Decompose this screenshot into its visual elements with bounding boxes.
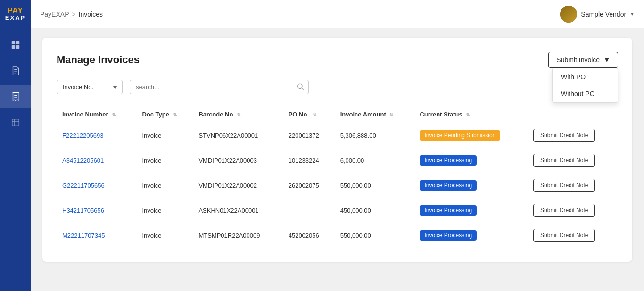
svg-line-7 (302, 88, 304, 90)
main-card: Manage Invoices Submit Invoice ▼ With PO… (42, 38, 632, 262)
table-row: M22211707345 Invoice MTSMP01R22A00009 45… (57, 223, 618, 248)
cell-barcode-no: VMDIP01X22A00003 (193, 148, 282, 173)
cell-doc-type: Invoice (136, 198, 193, 223)
main-wrapper: PayEXAP > Invoices Sample Vendor ▼ Manag… (31, 0, 644, 291)
dropdown-item-with-po[interactable]: With PO (553, 68, 618, 85)
table-row: H34211705656 Invoice ASKHN01X22A00001 45… (57, 198, 618, 223)
doc-icon (10, 66, 21, 76)
invoice-number-link[interactable]: A34512205601 (62, 157, 104, 164)
cell-invoice-number: M22211707345 (57, 223, 136, 248)
col-invoice-amount[interactable]: Invoice Amount ⇅ (335, 106, 414, 123)
breadcrumb-separator: > (72, 10, 75, 18)
cell-invoice-number: G22211705656 (57, 173, 136, 198)
cell-current-status: Invoice Processing (414, 198, 528, 223)
submit-credit-note-button[interactable]: Submit Credit Note (533, 179, 595, 192)
avatar (560, 6, 577, 23)
status-badge: Invoice Processing (420, 180, 477, 191)
invoice-icon (10, 91, 21, 102)
logo: PAY EXAP (0, 0, 31, 28)
cell-po-no: 452002056 (283, 223, 335, 248)
submit-credit-note-button[interactable]: Submit Credit Note (533, 154, 595, 167)
cell-action: Submit Credit Note (528, 223, 618, 248)
table-row: F22212205693 Invoice STVNP06X22A00001 22… (57, 123, 618, 148)
status-badge: Invoice Processing (420, 155, 477, 166)
cell-invoice-number: H34211705656 (57, 198, 136, 223)
sort-icon-barcode-no: ⇅ (237, 112, 240, 117)
page-title: Manage Invoices (57, 54, 140, 66)
sort-icon-current-status: ⇅ (466, 112, 470, 117)
cell-doc-type: Invoice (136, 173, 193, 198)
cell-action: Submit Credit Note (528, 198, 618, 223)
col-action (528, 106, 618, 123)
submit-credit-note-button[interactable]: Submit Credit Note (533, 204, 595, 217)
avatar-image (560, 6, 577, 23)
user-dropdown-arrow: ▼ (630, 11, 635, 17)
search-wrapper (130, 80, 309, 94)
status-badge: Invoice Processing (420, 230, 477, 241)
cell-barcode-no: ASKHN01X22A00001 (193, 198, 282, 223)
col-doc-type[interactable]: Doc Type ⇅ (136, 106, 193, 123)
submit-invoice-wrapper: Submit Invoice ▼ With PO Without PO (548, 52, 618, 68)
submit-credit-note-button[interactable]: Submit Credit Note (533, 129, 595, 142)
sidebar-item-reports[interactable] (0, 111, 31, 134)
col-current-status[interactable]: Current Status ⇅ (414, 106, 528, 123)
cell-invoice-amount: 550,000.00 (335, 223, 414, 248)
sidebar-item-invoices[interactable] (0, 85, 31, 108)
table-row: A34512205601 Invoice VMDIP01X22A00003 10… (57, 148, 618, 173)
cell-current-status: Invoice Processing (414, 148, 528, 173)
cell-doc-type: Invoice (136, 148, 193, 173)
cell-invoice-amount: 6,000.00 (335, 148, 414, 173)
cell-po-no: 220001372 (283, 123, 335, 148)
table-row: G22211705656 Invoice VMDIP01X22A00002 26… (57, 173, 618, 198)
cell-invoice-amount: 550,000.00 (335, 173, 414, 198)
col-po-no[interactable]: PO No. ⇅ (283, 106, 335, 123)
cell-current-status: Invoice Processing (414, 173, 528, 198)
logo-text: PAY EXAP (5, 7, 25, 22)
cell-action: Submit Credit Note (528, 123, 618, 148)
report-icon (10, 117, 21, 128)
submit-invoice-label: Submit Invoice (556, 56, 600, 64)
svg-rect-2 (11, 45, 15, 49)
submit-invoice-button[interactable]: Submit Invoice ▼ (548, 52, 618, 68)
invoice-number-link[interactable]: F22212205693 (62, 132, 103, 139)
search-icon (297, 83, 304, 91)
col-barcode-no[interactable]: Barcode No ⇅ (193, 106, 282, 123)
cell-current-status: Invoice Processing (414, 223, 528, 248)
sidebar-item-dashboard[interactable] (0, 33, 31, 57)
table-header: Invoice Number ⇅ Doc Type ⇅ Barcode No ⇅… (57, 106, 618, 123)
cell-action: Submit Credit Note (528, 148, 618, 173)
breadcrumb-home[interactable]: PayEXAP (40, 10, 69, 18)
sort-icon-invoice-amount: ⇅ (389, 112, 393, 117)
filter-select[interactable]: Invoice No. Doc Type Barcode No PO No. (57, 80, 123, 94)
page-title-row: Manage Invoices Submit Invoice ▼ With PO… (57, 52, 618, 68)
cell-invoice-amount: 5,306,888.00 (335, 123, 414, 148)
search-input[interactable] (130, 80, 309, 94)
cell-po-no: 262002075 (283, 173, 335, 198)
sidebar: PAY EXAP (0, 0, 31, 291)
submit-credit-note-button[interactable]: Submit Credit Note (533, 229, 595, 242)
sidebar-item-documents[interactable] (0, 59, 31, 83)
svg-rect-0 (11, 41, 15, 44)
breadcrumb-current: Invoices (79, 10, 103, 18)
user-name: Sample Vendor (581, 10, 626, 18)
invoice-table: Invoice Number ⇅ Doc Type ⇅ Barcode No ⇅… (57, 106, 618, 248)
top-header: PayEXAP > Invoices Sample Vendor ▼ (31, 0, 644, 28)
cell-barcode-no: VMDIP01X22A00002 (193, 173, 282, 198)
user-info[interactable]: Sample Vendor ▼ (560, 6, 635, 23)
cell-barcode-no: STVNP06X22A00001 (193, 123, 282, 148)
invoice-number-link[interactable]: M22211707345 (62, 232, 105, 239)
svg-rect-3 (16, 45, 19, 49)
cell-invoice-number: F22212205693 (57, 123, 136, 148)
svg-point-6 (298, 84, 302, 88)
cell-barcode-no: MTSMP01R22A00009 (193, 223, 282, 248)
dropdown-item-without-po[interactable]: Without PO (553, 85, 618, 102)
col-invoice-number[interactable]: Invoice Number ⇅ (57, 106, 136, 123)
invoice-number-link[interactable]: H34211705656 (62, 207, 104, 214)
submit-invoice-dropdown: With PO Without PO (552, 68, 618, 103)
sidebar-nav (0, 28, 31, 134)
grid-icon (10, 40, 21, 50)
sort-icon-po-no: ⇅ (313, 112, 316, 117)
invoice-number-link[interactable]: G22211705656 (62, 182, 105, 189)
submit-invoice-arrow: ▼ (603, 56, 610, 64)
breadcrumb: PayEXAP > Invoices (40, 10, 103, 18)
